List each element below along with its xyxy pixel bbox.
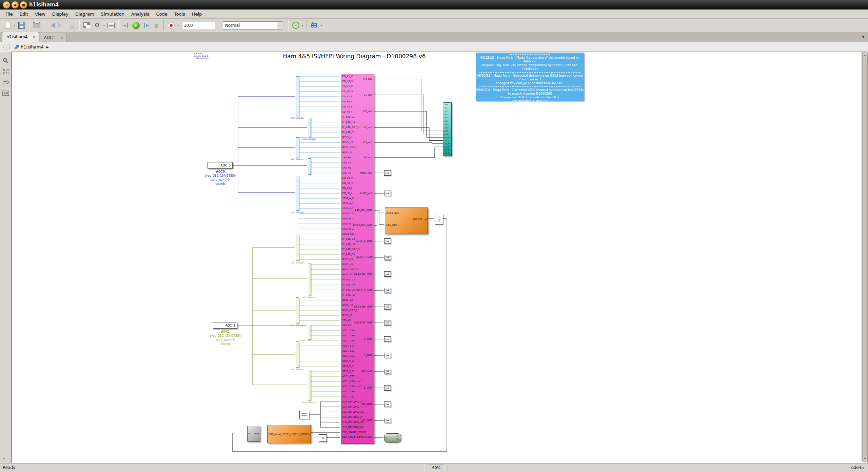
- half-block-top: 1: [438, 216, 440, 219]
- signal-sink-block[interactable]: [384, 191, 391, 196]
- diagram-title: Ham 4&5 ISI/HEPI Wiring Diagram - D10002…: [258, 53, 451, 60]
- subsystem-input-port-label: GS13_P2: [342, 314, 353, 317]
- signal-sink-block[interactable]: [384, 353, 391, 358]
- adc0-name: ADC0: [195, 170, 246, 174]
- adc-selector-label: ADC Selector: [287, 117, 308, 119]
- signal-sink-block[interactable]: [384, 401, 391, 407]
- revision-note-line: per drawing D1000298: [476, 99, 584, 103]
- status-ready: Ready: [3, 465, 15, 470]
- subsystem-input-port-label: STS2_C_Y: [342, 365, 354, 368]
- constant-block[interactable]: 0: [319, 434, 327, 442]
- mux-input-port: In13: [443, 146, 451, 148]
- revision-note-line: Payload Flag, and SUS offload, temporari…: [476, 63, 584, 71]
- cds-status-block[interactable]: BIO_Input_1 CDS_STATUS_WORD: [267, 425, 311, 443]
- solver-name: ode45: [851, 465, 864, 470]
- mux-input-port: In10: [443, 137, 451, 139]
- mux-input-port: In11: [443, 140, 451, 142]
- half-block-divider: [438, 219, 441, 219]
- subsystem-input-port-label: FF_L4C_H1: [342, 121, 355, 123]
- scrollbar-thumb[interactable]: [862, 58, 868, 456]
- signal-sink-block[interactable]: [384, 255, 391, 260]
- scroll-down-icon[interactable]: ▼: [862, 456, 868, 461]
- signal-sink-block[interactable]: [384, 320, 391, 326]
- scroll-up-icon[interactable]: ▲: [862, 53, 868, 58]
- signal-sink-block[interactable]: [384, 271, 391, 277]
- mux-input-port: In6: [443, 124, 451, 126]
- odc-out: Out: [396, 435, 399, 437]
- revision-note-line: Connected ADC channels for the L4Cs: [476, 96, 584, 99]
- subsystem-output-port-label: GS13_Y_OUT: [341, 256, 372, 259]
- signal-sink-block[interactable]: [384, 369, 391, 374]
- subsystem-input-port-label: CPS_V3: [342, 324, 351, 327]
- signal-sink-block[interactable]: [384, 288, 391, 293]
- subsystem-input-port-label: GS13_P1: [342, 151, 353, 154]
- odc-err: Err: [397, 438, 399, 440]
- subsystem-input-port-label: FF_L4C_V1: [342, 116, 355, 118]
- revision-note-line: changed Payload_WD constant to 0, No SUS…: [476, 81, 584, 85]
- adc-selector-label: ADC Selector: [287, 158, 308, 160]
- subsystem-input-port-label: ADC0_C31: [342, 233, 355, 235]
- subsystem-output-port-label: V3_out: [341, 156, 372, 159]
- adc-selector-block[interactable]: [296, 235, 299, 261]
- signal-sink-block[interactable]: [384, 418, 391, 423]
- bio-output: BIO_OUT_2: [412, 217, 427, 220]
- revision-note-line: 06/01/14 - Hugo Paris - Corrected ADC ch…: [476, 88, 584, 92]
- subsystem-input-port-label: SUS_OFFLOAD_RZ: [342, 411, 363, 413]
- adc-selector-block[interactable]: [308, 370, 311, 400]
- vertical-scrollbar[interactable]: ▲ ▼: [862, 52, 867, 462]
- statusbar-separator: [448, 465, 448, 471]
- subsystem-output-port-label: GS13_RX_OUT: [341, 305, 372, 308]
- adc-selector-block[interactable]: [296, 341, 299, 368]
- subsystem-input-port-label: FF_L4C_DIFF_3: [342, 248, 360, 251]
- subsystem-output-port-label: RX_OUT: [341, 402, 372, 406]
- sus-offload-source-block[interactable]: [299, 411, 309, 419]
- subsystem-output-port-label: H2_out: [341, 110, 372, 113]
- adc-selector-label: ADC Selector: [298, 401, 320, 404]
- revision-note-line: 08/05/13 - Hugo Paris - Corrected the wi…: [476, 74, 584, 81]
- signal-sink-block[interactable]: [384, 170, 391, 176]
- subsystem-input-port-label: STS2_A_X: [342, 197, 354, 200]
- odc-channel-block[interactable]: In Out Err › ›: [384, 433, 401, 442]
- subsystem-input-port-label: SUS_OFFLOAD_Y: [342, 406, 362, 408]
- adc0-block[interactable]: ADC_0: [208, 162, 233, 169]
- adc-selector-block[interactable]: [296, 297, 299, 323]
- subsystem-input-port-label: ADC1_C28_test1: [342, 380, 362, 383]
- mux-block[interactable]: In0In1In2In3In4In5In6In7In8In9In10In11In…: [443, 102, 452, 156]
- revision-dashed-line: [510, 54, 550, 55]
- signal-sink-block[interactable]: [384, 336, 391, 342]
- subsystem-output-port-label: V1_out: [341, 93, 372, 96]
- adc-selector-block[interactable]: [296, 137, 299, 157]
- adc-selector-block[interactable]: [296, 176, 299, 211]
- adc-selector-label: ADC Selector: [287, 368, 308, 371]
- subsystem-output-port-label: RY_OUT: [341, 419, 372, 422]
- mux-input-port: In7: [443, 127, 451, 129]
- subsystem-output-port-label: ODCCHAN: [341, 436, 372, 439]
- adc0-kind: cdsAdc: [195, 182, 246, 186]
- subsystem-input-port-label: FF_L4C_V2: [342, 278, 355, 281]
- demux-1-2-block[interactable]: 1 2: [435, 214, 443, 224]
- subsystem-input-port-label: GS13_DIFF_2: [342, 309, 358, 312]
- subsystem-input-port-label: FF_L4C_P1: [342, 131, 355, 134]
- mux-input-port: In3: [443, 114, 451, 116]
- signal-sink-block[interactable]: [384, 304, 391, 310]
- signal-sink-block[interactable]: [384, 238, 391, 244]
- io-passthrough-block[interactable]: In1 Out1: [247, 426, 260, 441]
- adc-selector-block[interactable]: [308, 158, 311, 175]
- adc-selector-block[interactable]: [308, 263, 311, 295]
- mux-input-port: In12: [443, 143, 451, 145]
- subsystem-input-port-label: STS2_C_X: [342, 360, 354, 362]
- adc-selector-block[interactable]: [308, 118, 311, 137]
- subsystem-input-port-label: ADC1_C22: [342, 350, 355, 352]
- subsystem-input-port-label: ADC1_C31: [342, 395, 355, 398]
- adc1-block[interactable]: ADC_1: [213, 322, 237, 329]
- signal-sink-block[interactable]: [384, 385, 391, 391]
- subsystem-input-port-label: ADC1_C18: [342, 329, 355, 332]
- adc-selector-block[interactable]: [296, 76, 299, 116]
- adc1-name: ADC1: [200, 330, 251, 334]
- adc-selector-block[interactable]: [308, 325, 311, 340]
- bio-subsystem-block[interactable]: GS13_BIO L4C_BIO BIO_OUT_2: [385, 208, 428, 234]
- subsystem-output-port-label: X_OUT: [341, 337, 372, 340]
- adc-selector-label: ADC Selector: [298, 138, 320, 140]
- subsystem-output-port-label: GS13_X_OUT: [341, 239, 372, 242]
- subsystem-input-port-label: SUS_OFFLOAD_Z: [342, 416, 362, 418]
